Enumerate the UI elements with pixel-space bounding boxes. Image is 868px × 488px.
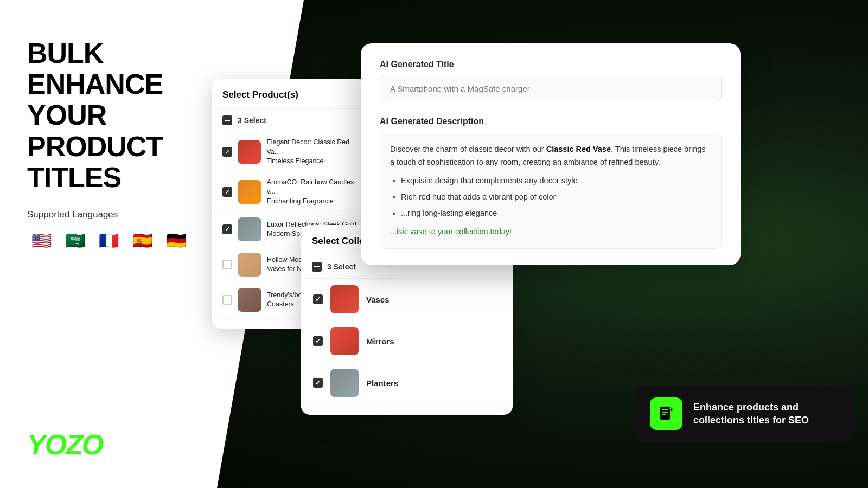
collection-name-vases: Vases <box>366 295 390 304</box>
product-image-1 <box>238 140 261 164</box>
product-checkbox-2[interactable] <box>222 187 232 197</box>
collection-checkbox-vases[interactable] <box>313 294 323 304</box>
product-checkbox-1[interactable] <box>222 147 232 157</box>
ai-description-content: Discover the charm of classic decor with… <box>380 133 722 249</box>
collection-name-mirrors: Mirrors <box>366 337 394 346</box>
collection-checkbox-mirrors[interactable] <box>313 336 323 346</box>
product-select-all-checkbox[interactable] <box>222 115 232 125</box>
product-image-5 <box>238 288 261 312</box>
desc-bullet-3: ...ring long-lasting elegance <box>401 207 711 220</box>
product-image-4 <box>238 253 261 277</box>
supported-languages-label: Supported Languages <box>27 209 201 220</box>
product-image-3 <box>238 217 261 241</box>
product-select-all-row[interactable]: 3 Select <box>212 109 374 132</box>
collection-image-mirrors <box>330 327 359 355</box>
flags-container: 🇺🇸 🇸🇦 🇫🇷 🇪🇸 🇩🇪 <box>27 227 201 255</box>
cta-card: Enhance products and collections titles … <box>635 386 852 442</box>
left-panel: BULK ENHANCE YOUR PRODUCT TITLES Support… <box>0 0 228 488</box>
product-item-1[interactable]: Elegant Decor: Classic Red Va...Timeless… <box>212 132 374 172</box>
supported-languages-section: Supported Languages 🇺🇸 🇸🇦 🇫🇷 🇪🇸 🇩🇪 <box>27 209 201 255</box>
flag-fr: 🇫🇷 <box>94 227 123 255</box>
collection-select-all-label: 3 Select <box>327 262 356 271</box>
product-name-1: Elegant Decor: Classic Red Va...Timeless… <box>266 138 363 166</box>
flag-us: 🇺🇸 <box>27 227 55 255</box>
desc-bullet-1: Exquisite design that complements any de… <box>401 175 711 188</box>
collection-item-mirrors[interactable]: Mirrors <box>301 320 513 362</box>
ai-description-label: AI Generated Description <box>380 117 722 126</box>
desc-bullet-2: Rich red hue that adds a vibrant pop of … <box>401 191 711 204</box>
product-checkbox-5[interactable] <box>222 295 232 305</box>
product-card-header: Select Product(s) <box>212 89 374 109</box>
product-select-all-label: 3 Select <box>238 116 266 125</box>
collection-name-planters: Planters <box>366 378 398 388</box>
collection-item-vases[interactable]: Vases <box>301 279 513 320</box>
ai-description-section: AI Generated Description Discover the ch… <box>380 117 722 249</box>
collection-select-all-checkbox[interactable] <box>312 262 322 272</box>
ai-generated-card: AI Generated Title AI Generated Descript… <box>361 43 741 265</box>
page-title: BULK ENHANCE YOUR PRODUCT TITLES <box>27 38 201 193</box>
product-item-2[interactable]: AromaCO: Rainbow Candles v...Enchanting … <box>212 172 374 213</box>
cta-icon <box>650 397 682 430</box>
cta-text: Enhance products and collections titles … <box>693 401 837 427</box>
product-image-2 <box>238 180 261 204</box>
collection-item-planters[interactable]: Planters <box>301 362 513 404</box>
product-name-2: AromaCO: Rainbow Candles v...Enchanting … <box>267 178 363 207</box>
collection-checkbox-planters[interactable] <box>313 378 323 388</box>
flag-sa: 🇸🇦 <box>61 227 89 255</box>
product-checkbox-3[interactable] <box>222 224 232 234</box>
ai-title-input[interactable] <box>380 76 722 101</box>
flag-de: 🇩🇪 <box>162 227 190 255</box>
collection-image-vases <box>330 285 359 313</box>
collection-image-planters <box>330 369 359 397</box>
document-sparkle-icon <box>658 405 675 422</box>
svg-rect-1 <box>660 407 670 420</box>
yozo-logo: YOZO <box>27 428 103 461</box>
ai-title-label: AI Generated Title <box>380 60 722 69</box>
product-checkbox-4[interactable] <box>222 260 232 269</box>
flag-es: 🇪🇸 <box>128 227 156 255</box>
